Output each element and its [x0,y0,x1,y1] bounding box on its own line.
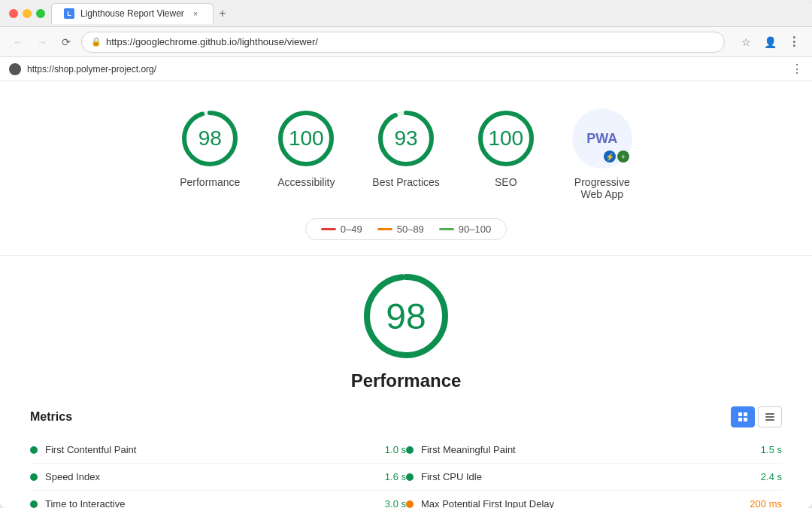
url-text: https://googlechrome.github.io/lighthous… [106,36,318,47]
svg-rect-16 [765,419,774,421]
metric-dot-si [30,473,38,481]
address-bar: ← → ⟳ 🔒 https://googlechrome.github.io/l… [0,27,812,57]
metrics-grid: First Contentful Paint 1.0 s First Meani… [30,437,782,508]
svg-rect-14 [765,413,774,415]
metric-name-tti: Time to Interactive [45,498,361,508]
list-icon [765,412,775,422]
score-item-best-practices: 93 Best Practices [372,108,439,188]
tab-favicon: L [64,8,74,19]
pwa-badges: ⚡ + [604,151,629,163]
metric-dot-fcp [30,446,38,454]
legend-dash-red [321,228,336,230]
perf-detail-score: 98 [386,296,426,337]
pwa-icon: PWA ⚡ + [572,108,632,169]
metric-row-fmp: First Meaningful Paint 1.5 s [406,437,782,464]
tab-close-button[interactable]: × [190,8,201,19]
metrics-header: Metrics [30,406,782,427]
metric-row-fci: First CPU Idle 2.4 s [406,464,782,491]
account-icon[interactable]: 👤 [761,33,779,51]
section-divider [0,255,812,256]
metric-value-tti: 3.0 s [368,498,406,508]
metric-name-fci: First CPU Idle [421,471,737,482]
metric-name-fmp: First Meaningful Paint [421,444,737,455]
performance-score: 98 [198,126,222,151]
pwa-badge-lightning: ⚡ [604,151,616,163]
scores-section: 98 Performance 100 Accessibility [0,96,812,218]
accessibility-circle: 100 [276,108,336,169]
accessibility-score: 100 [289,126,324,151]
legend-item-orange: 50–89 [377,224,424,235]
score-item-performance: 98 Performance [180,108,240,188]
metrics-title: Metrics [30,410,72,424]
metric-row-tti: Time to Interactive 3.0 s [30,491,406,508]
score-item-seo: 100 SEO [476,108,536,188]
metric-row-fcp: First Contentful Paint 1.0 s [30,437,406,464]
url-actions: ☆ 👤 [737,33,779,51]
metric-name-si: Speed Index [45,471,361,482]
url-bar[interactable]: 🔒 https://googlechrome.github.io/lightho… [81,32,725,53]
bookmark-icon[interactable]: ☆ [737,33,755,51]
refresh-button[interactable]: ⟳ [57,33,75,51]
site-favicon [9,63,21,75]
close-button[interactable] [9,9,18,18]
metric-row-si: Speed Index 1.6 s [30,464,406,491]
view-toggle [731,406,782,427]
seo-circle: 100 [476,108,536,169]
site-url: https://shop.polymer-project.org/ [27,64,156,75]
accessibility-label: Accessibility [277,176,335,188]
metric-dot-fci [406,473,414,481]
performance-circle: 98 [180,108,240,169]
legend-dash-green [439,228,454,230]
perf-detail-title: Performance [351,370,462,391]
score-item-pwa: PWA ⚡ + Progressive Web App [572,108,632,200]
legend-item-green: 90–100 [439,224,491,235]
metric-value-fcp: 1.0 s [368,444,406,455]
traffic-lights [9,9,45,18]
maximize-button[interactable] [36,9,45,18]
seo-label: SEO [495,176,517,188]
pwa-text: PWA [586,131,617,147]
toggle-grid-button[interactable] [731,406,755,427]
metric-dot-mpfid [406,500,414,508]
legend-label-orange: 50–89 [397,224,424,235]
toggle-list-button[interactable] [758,406,782,427]
score-legend: 0–49 50–89 90–100 [0,218,812,240]
score-item-accessibility: 100 Accessibility [276,108,336,188]
metric-value-fci: 2.4 s [744,471,782,482]
svg-rect-10 [738,412,742,416]
minimize-button[interactable] [23,9,32,18]
best-practices-label: Best Practices [372,176,439,188]
legend-item-red: 0–49 [321,224,362,235]
grid-icon [738,412,748,422]
svg-rect-11 [744,412,747,416]
more-menu-button[interactable]: ⋮ [785,33,803,51]
metric-dot-tti [30,500,38,508]
perf-detail-circle: 98 [361,271,451,361]
browser-tab[interactable]: L Lighthouse Report Viewer × [51,3,214,24]
best-practices-score: 93 [394,126,417,151]
metric-value-si: 1.6 s [368,471,406,482]
browser-frame: L Lighthouse Report Viewer × + ← → ⟳ 🔒 h… [0,0,812,508]
metric-value-fmp: 1.5 s [744,444,782,455]
performance-detail: 98 Performance Metrics [0,271,812,508]
tab-title: Lighthouse Report Viewer [80,8,184,19]
metric-dot-fmp [406,446,414,454]
metric-name-mpfid: Max Potential First Input Delay [421,498,737,508]
back-button[interactable]: ← [9,33,27,51]
metric-name-fcp: First Contentful Paint [45,444,361,455]
site-bar: https://shop.polymer-project.org/ ⋮ [0,57,812,81]
svg-rect-13 [744,418,747,421]
new-tab-button[interactable]: + [214,5,232,23]
svg-rect-12 [738,418,742,421]
best-practices-circle: 93 [376,108,436,169]
site-more-button[interactable]: ⋮ [791,62,803,76]
metric-value-mpfid: 200 ms [744,498,782,508]
legend-dash-orange [377,228,392,230]
pwa-badge-plus: + [617,151,629,163]
legend-label-red: 0–49 [341,224,362,235]
legend-inner: 0–49 50–89 90–100 [305,218,507,240]
seo-score: 100 [488,126,523,151]
metrics-section: Metrics [30,406,782,508]
forward-button[interactable]: → [33,33,51,51]
performance-label: Performance [180,176,240,188]
